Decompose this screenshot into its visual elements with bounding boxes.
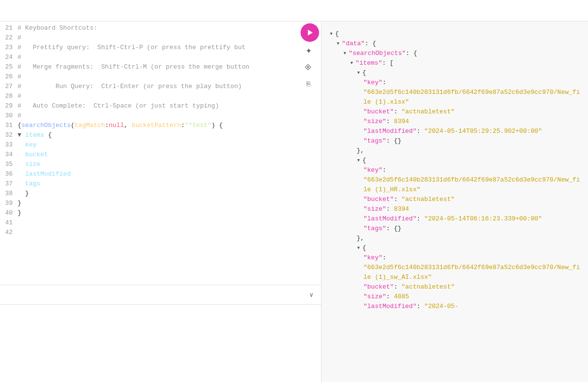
json-tree-row: "size": 8394 (329, 117, 580, 127)
copy-icon: ⎘ (306, 80, 310, 88)
json-tree-row: "size": 8394 (329, 204, 580, 214)
json-tree-row: "lastModified": "2024-05-14T05:29:25.902… (329, 127, 580, 136)
json-tree-row: ▾"data": { (329, 39, 580, 49)
json-tree-row: ▾"items": [ (329, 58, 580, 68)
json-tree-row: "lastModified": "2024-05- (329, 302, 580, 311)
json-tree-row: }, (329, 146, 580, 156)
toggle-arrow[interactable]: ▾ (336, 39, 340, 49)
toggle-arrow[interactable]: ▾ (357, 68, 360, 78)
variables-tabs-bar: ∨ (0, 285, 321, 305)
merge-icon: ⊞ (303, 62, 313, 72)
json-tree-row: "bucket": "actnabletest" (329, 282, 580, 292)
editor-toolbar: ✦ ⊞ ⎘ (299, 21, 321, 93)
svg-marker-0 (308, 30, 313, 36)
json-tree-row: "663e2d5f6c140b283131d6fb/6642f69e87a52c… (329, 175, 580, 195)
top-bar (0, 0, 588, 21)
json-tree-row: ▾{ (329, 243, 580, 253)
json-tree-row: "key": (329, 165, 580, 175)
copy-button[interactable]: ⎘ (301, 76, 316, 91)
editor-area[interactable]: 2122232425262728293031323334353637383940… (0, 21, 321, 285)
json-tree-row: ▾{ (329, 29, 580, 39)
json-tree-row: "663e2d5f6c140b283131d6fb/6642f69e87a52c… (329, 263, 580, 282)
json-tree-row: "bucket": "actnabletest" (329, 107, 580, 117)
prettify-icon: ✦ (305, 46, 312, 55)
json-tree-row: ▾{ (329, 68, 580, 78)
toggle-arrow[interactable]: ▾ (343, 49, 347, 58)
json-tree-row: "bucket": "actnabletest" (329, 195, 580, 204)
json-tree-row: ▾{ (329, 156, 580, 165)
toggle-arrow[interactable]: ▾ (357, 243, 360, 253)
code-editor[interactable]: 2122232425262728293031323334353637383940… (0, 21, 321, 285)
variables-body[interactable] (0, 305, 321, 382)
toggle-arrow[interactable]: ▾ (357, 156, 360, 165)
json-tree-row: "lastModified": "2024-05-14T06:16:23.339… (329, 214, 580, 224)
run-query-button[interactable] (301, 23, 319, 42)
merge-button[interactable]: ⊞ (301, 59, 316, 75)
left-panel: 2122232425262728293031323334353637383940… (0, 21, 322, 382)
toggle-arrow[interactable]: ▾ (329, 29, 333, 39)
json-tree-row: "tags": {} (329, 136, 580, 146)
json-output: ▾{▾"data": {▾"searchObjects": {▾"items":… (322, 25, 588, 315)
json-tree-row: "size": 4885 (329, 292, 580, 302)
toggle-arrow[interactable]: ▾ (350, 58, 354, 68)
prettify-button[interactable]: ✦ (301, 43, 316, 58)
variables-section: ∨ (0, 285, 321, 382)
line-numbers: 2122232425262728293031323334353637383940… (0, 21, 18, 285)
json-tree-row: }, (329, 234, 580, 243)
json-tree-row: "tags": {} (329, 224, 580, 234)
code-content[interactable]: # Keyboard Shortcuts:## Prettify query: … (18, 21, 321, 285)
json-tree-row: "663e2d5f6c140b283131d6fb/6642f69e87a52c… (329, 88, 580, 107)
variables-chevron-icon[interactable]: ∨ (309, 291, 313, 299)
main-container: 2122232425262728293031323334353637383940… (0, 21, 588, 382)
json-tree-row: "key": (329, 78, 580, 88)
json-tree-row: "key": (329, 253, 580, 263)
json-tree-row: ▾"searchObjects": { (329, 49, 580, 58)
right-panel[interactable]: ▾{▾"data": {▾"searchObjects": {▾"items":… (322, 21, 588, 382)
